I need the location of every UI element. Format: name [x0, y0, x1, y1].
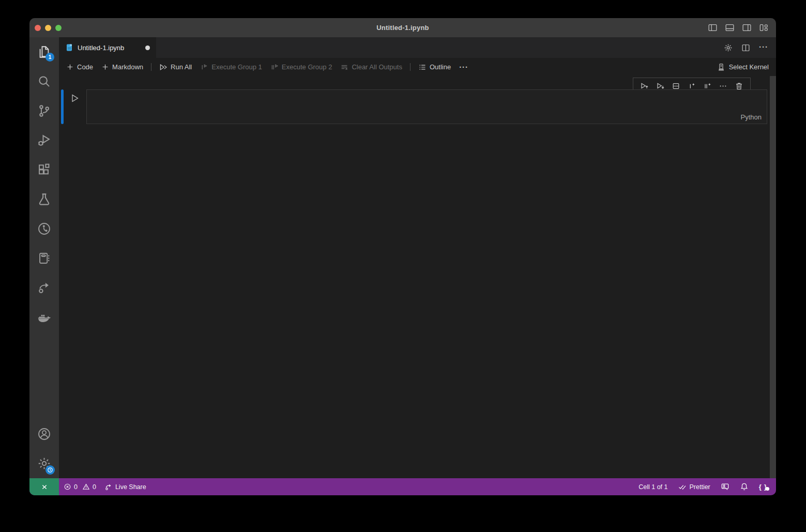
notebook-settings-gear-icon[interactable] — [724, 43, 733, 52]
debug-icon — [37, 133, 51, 147]
settings-sync-clock-badge — [45, 465, 55, 475]
plus-icon — [101, 63, 109, 71]
titlebar: Untitled-1.ipynb — [29, 18, 776, 37]
explorer-badge: 1 — [45, 53, 54, 62]
live-share-icon — [104, 483, 113, 491]
run-all-icon — [159, 63, 168, 71]
docker-icon — [37, 310, 51, 324]
live-share-status[interactable]: Live Share — [104, 483, 146, 491]
sidebar-item-docker[interactable] — [29, 302, 59, 332]
notebook-file-icon — [65, 43, 73, 52]
warnings-icon — [82, 483, 90, 491]
execute-group-2-button[interactable]: Execute Group 2 — [266, 63, 337, 71]
double-check-icon — [678, 482, 687, 491]
window-title: Untitled-1.ipynb — [29, 24, 776, 32]
sidebar-item-settings[interactable] — [29, 449, 59, 478]
vscode-window: Untitled-1.ipynb 1 — [29, 18, 776, 495]
account-icon — [37, 427, 51, 441]
execute-group-2-icon — [270, 63, 279, 71]
run-all-button[interactable]: Run All — [155, 63, 196, 71]
plus-icon — [66, 63, 74, 71]
zoom-window-button[interactable] — [55, 25, 62, 31]
add-code-cell-button[interactable]: Code — [62, 63, 97, 71]
live-share-icon — [37, 281, 51, 295]
gitlens-icon — [37, 222, 51, 236]
tab-untitled-1-ipynb[interactable]: Untitled-1.ipynb — [59, 37, 156, 58]
editor-scrollbar[interactable] — [770, 76, 776, 478]
errors-count: 0 — [74, 483, 78, 491]
tab-label: Untitled-1.ipynb — [78, 44, 124, 52]
search-icon — [37, 74, 51, 88]
sidebar-item-live-share[interactable] — [29, 273, 59, 302]
problems-indicator[interactable]: 0 0 — [64, 483, 96, 491]
prettier-status[interactable]: Prettier — [678, 482, 710, 491]
warnings-count: 0 — [93, 483, 96, 491]
notebook-toolbar: Code Markdown Run All Execute Group 1 — [59, 58, 776, 76]
clear-all-outputs-button[interactable]: Clear All Outputs — [336, 63, 406, 71]
sidebar-item-extensions[interactable] — [29, 155, 59, 185]
outline-list-icon — [418, 63, 427, 71]
sidebar-item-source-control[interactable] — [29, 96, 59, 126]
remote-indicator[interactable] — [29, 478, 59, 495]
activity-bar: 1 — [29, 37, 59, 478]
cell-position-indicator[interactable]: Cell 1 of 1 — [638, 483, 667, 491]
execute-group-1-button[interactable]: Execute Group 1 — [196, 63, 266, 71]
notifications-bell-icon[interactable] — [740, 482, 749, 491]
sidebar-item-run-debug[interactable] — [29, 126, 59, 155]
tab-bar: Untitled-1.ipynb ··· — [59, 37, 776, 58]
close-window-button[interactable] — [35, 25, 41, 31]
kernel-icon — [717, 63, 725, 71]
cell-code-editor[interactable]: Python — [86, 89, 767, 124]
toolbar-more-actions-icon[interactable]: ··· — [455, 63, 473, 71]
cell-focus-indicator[interactable] — [61, 89, 64, 124]
customize-layout-icon[interactable] — [759, 23, 769, 33]
feedback-icon[interactable] — [721, 482, 729, 491]
add-markdown-cell-button[interactable]: Markdown — [97, 63, 147, 71]
toolbar-separator — [410, 63, 410, 71]
sidebar-item-gitlens[interactable] — [29, 214, 59, 244]
select-kernel-button[interactable]: Select Kernel — [717, 63, 769, 71]
sidebar-item-notebooks[interactable] — [29, 244, 59, 273]
toolbar-separator — [151, 63, 151, 71]
window-controls — [35, 25, 62, 31]
minimize-window-button[interactable] — [45, 25, 51, 31]
errors-icon — [64, 483, 71, 491]
editor-actions: ··· — [724, 37, 776, 58]
sidebar-item-accounts[interactable] — [29, 419, 59, 449]
braces-indicator-icon[interactable]: { } — [759, 483, 768, 490]
layout-controls — [708, 23, 776, 33]
toggle-primary-sidebar-icon[interactable] — [708, 23, 718, 33]
more-actions-icon[interactable]: ··· — [759, 43, 768, 53]
notebook-icon — [37, 251, 51, 265]
source-control-icon — [37, 104, 51, 118]
split-editor-icon[interactable] — [741, 43, 750, 52]
sidebar-item-explorer[interactable]: 1 — [29, 37, 59, 67]
notebook-editor: Python — [59, 76, 776, 478]
execute-group-1-icon — [200, 63, 208, 71]
sidebar-item-testing[interactable] — [29, 185, 59, 214]
extensions-icon — [37, 163, 51, 177]
clear-outputs-icon — [340, 63, 348, 71]
toggle-panel-icon[interactable] — [725, 23, 735, 33]
toggle-secondary-sidebar-icon[interactable] — [742, 23, 752, 33]
unsaved-changes-dot[interactable] — [145, 45, 150, 50]
cell-language-picker[interactable]: Python — [741, 113, 762, 121]
run-cell-button[interactable] — [70, 94, 80, 103]
beaker-icon — [37, 192, 51, 206]
outline-button[interactable]: Outline — [414, 63, 455, 71]
status-bar: 0 0 Live Share Cell 1 of 1 Prettier { } — [29, 478, 776, 495]
sidebar-item-search[interactable] — [29, 67, 59, 96]
